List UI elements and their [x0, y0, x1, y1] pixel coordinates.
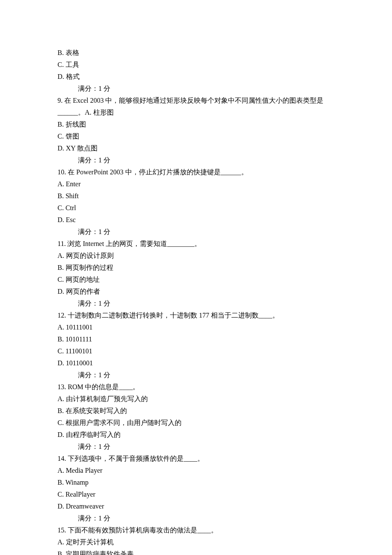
option-line: C. 根据用户需求不同，由用户随时写入的 [58, 417, 334, 429]
option-line: A. 10111001 [58, 321, 334, 333]
option-line: C. 工具 [58, 59, 334, 71]
score-line: 满分：1 分 [58, 369, 334, 381]
option-line: B. 10101111 [58, 333, 334, 345]
score-line: 满分：1 分 [58, 298, 334, 309]
option-line: D. Esc [58, 214, 334, 226]
option-line: A. 定时开关计算机 [58, 536, 334, 548]
question-stem: 13. ROM 中的信息是____。 [58, 381, 334, 393]
option-line: C. 网页的地址 [58, 274, 334, 286]
question-stem: 14. 下列选项中，不属于音频播放软件的是____。 [58, 453, 334, 465]
score-line: 满分：1 分 [58, 154, 334, 166]
option-line: B. 折线图 [58, 119, 334, 130]
option-line: B. Winamp [58, 477, 334, 489]
score-line: 满分：1 分 [58, 83, 334, 95]
option-line: D. 格式 [58, 71, 334, 83]
option-line: A. 由计算机制造厂预先写入的 [58, 393, 334, 405]
option-line: D. 由程序临时写入的 [58, 429, 334, 441]
option-line: B. 在系统安装时写入的 [58, 405, 334, 417]
option-line: A. 网页的设计原则 [58, 250, 334, 262]
option-line: B. Shift [58, 190, 334, 202]
option-line: A. Media Player [58, 465, 334, 477]
option-line: B. 定期用防病毒软件杀毒 [58, 548, 334, 555]
option-line: B. 网页制作的过程 [58, 262, 334, 274]
option-line: D. 10110001 [58, 357, 334, 369]
question-stem: 12. 十进制数向二进制数进行转换时，十进制数 177 相当于二进制数____。 [58, 309, 334, 321]
option-line: C. 饼图 [58, 130, 334, 142]
question-stem: 15. 下面不能有效预防计算机病毒攻击的做法是____。 [58, 524, 334, 536]
option-line: B. 表格 [58, 47, 334, 59]
option-line: D. 网页的作者 [58, 286, 334, 298]
question-stem: 10. 在 PowerPoint 2003 中，停止幻灯片播放的快捷键是____… [58, 166, 334, 178]
option-line: C. 11100101 [58, 345, 334, 357]
score-line: 满分：1 分 [58, 226, 334, 238]
score-line: 满分：1 分 [58, 512, 334, 524]
option-line: D. Dreamweaver [58, 500, 334, 512]
option-line: C. RealPlayer [58, 489, 334, 500]
score-line: 满分：1 分 [58, 441, 334, 453]
option-line: D. XY 散点图 [58, 142, 334, 154]
option-line: A. Enter [58, 178, 334, 190]
question-stem: 11. 浏览 Internet 上的网页，需要知道________。 [58, 238, 334, 250]
option-line: C. Ctrl [58, 202, 334, 214]
question-stem: 9. 在 Excel 2003 中，能够很好地通过矩形块反映每个对象中不同属性值… [58, 95, 334, 119]
